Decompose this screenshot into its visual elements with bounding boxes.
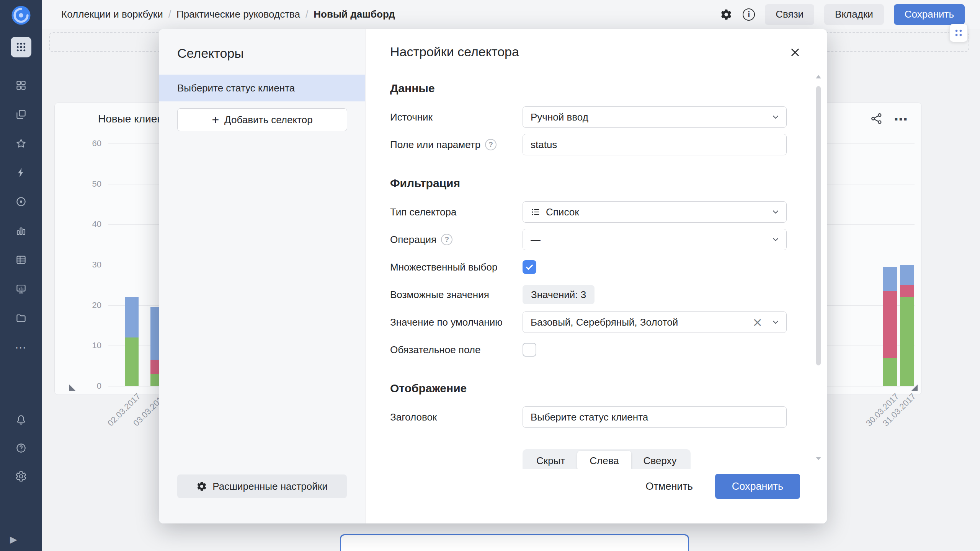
breadcrumb-item[interactable]: Коллекции и воркбуки bbox=[61, 8, 163, 20]
advanced-settings-button[interactable]: Расширенные настройки bbox=[177, 474, 347, 498]
sidebar-bottom-nav bbox=[15, 414, 27, 482]
scroll-down-arrow[interactable] bbox=[816, 457, 821, 460]
info-icon[interactable]: i bbox=[743, 8, 755, 21]
gear-icon[interactable] bbox=[720, 8, 733, 21]
folder-icon[interactable] bbox=[15, 312, 27, 324]
lightning-icon[interactable] bbox=[15, 167, 27, 178]
cancel-button[interactable]: Отменить bbox=[634, 474, 704, 499]
breadcrumb-separator: / bbox=[305, 8, 308, 20]
selector-type-label-text: Тип селектора bbox=[390, 206, 456, 218]
source-label: Источник bbox=[390, 111, 523, 123]
required-label: Обязательное поле bbox=[390, 344, 523, 356]
scrollbar-thumb[interactable] bbox=[816, 86, 821, 365]
bar-segment-green bbox=[125, 337, 139, 386]
plus-icon: + bbox=[212, 114, 219, 126]
more-icon[interactable]: ⋯ bbox=[15, 341, 27, 353]
possible-values-label-text: Возможные значения bbox=[390, 289, 489, 301]
title-input[interactable] bbox=[523, 406, 787, 428]
source-select[interactable]: Ручной ввод bbox=[523, 106, 787, 128]
save-dashboard-button[interactable]: Сохранить bbox=[894, 4, 965, 25]
required-label-text: Обязательное поле bbox=[390, 344, 480, 356]
selectors-panel-title: Селекторы bbox=[159, 29, 365, 61]
links-icon[interactable] bbox=[870, 112, 883, 127]
selector-widget-outline[interactable] bbox=[340, 534, 689, 551]
scroll-up-arrow[interactable] bbox=[816, 75, 821, 78]
connections-button[interactable]: Связи bbox=[765, 4, 814, 25]
charts-icon[interactable] bbox=[15, 225, 27, 236]
selector-type-select[interactable]: Список bbox=[523, 201, 787, 223]
chevron-down-icon bbox=[771, 235, 780, 244]
operation-select[interactable]: — bbox=[523, 229, 787, 250]
position-tabs: СкрытСлеваСверху bbox=[523, 449, 691, 472]
settings-panel: Настройки селектора Данные Источник Ручн… bbox=[366, 29, 827, 523]
save-selector-button[interactable]: Сохранить bbox=[715, 474, 800, 499]
tabs-button[interactable]: Вкладки bbox=[824, 4, 884, 25]
position-tab[interactable]: Скрыт bbox=[524, 451, 577, 471]
possible-values-label: Возможные значения bbox=[390, 289, 523, 301]
expand-sidebar-icon[interactable]: ▶ bbox=[10, 534, 17, 545]
services-grid-button[interactable] bbox=[11, 37, 31, 57]
chevron-down-icon bbox=[771, 207, 780, 217]
check-icon bbox=[524, 262, 534, 272]
section-heading-filter: Фильтрация bbox=[390, 177, 787, 190]
default-value-select[interactable]: Базовый, Серебряный, Золотой × bbox=[523, 311, 787, 333]
widget-more-icon[interactable]: ⋯ bbox=[894, 114, 908, 125]
default-value-label-text: Значение по умолчанию bbox=[390, 316, 503, 328]
favorites-star-icon[interactable] bbox=[15, 138, 27, 149]
section-heading-data: Данные bbox=[390, 82, 787, 95]
values-count-badge[interactable]: Значений: 3 bbox=[523, 285, 595, 304]
target-icon[interactable] bbox=[15, 196, 27, 207]
selector-type-row: Тип селектора Список bbox=[390, 201, 787, 223]
bar-segment-blue bbox=[883, 267, 897, 291]
chart-widget-actions: ⋯ bbox=[870, 112, 908, 127]
datalens-logo[interactable] bbox=[10, 5, 32, 26]
breadcrumb: Коллекции и воркбуки/Практические руково… bbox=[61, 8, 395, 20]
y-axis-tick: 60 bbox=[85, 139, 101, 148]
multichoice-row: Множественный выбор bbox=[390, 256, 787, 278]
title-label: Заголовок bbox=[390, 411, 523, 423]
notifications-bell-icon[interactable] bbox=[15, 414, 27, 425]
title-row: Заголовок bbox=[390, 406, 787, 428]
title-label-text: Заголовок bbox=[390, 411, 437, 423]
y-axis-tick: 50 bbox=[85, 179, 101, 189]
advanced-settings-label: Расширенные настройки bbox=[212, 481, 327, 492]
y-axis-tick: 10 bbox=[85, 341, 101, 350]
help-circle-icon[interactable]: ? bbox=[441, 234, 452, 245]
settings-gear-icon[interactable] bbox=[15, 471, 27, 482]
clear-icon[interactable]: × bbox=[752, 316, 763, 328]
add-selector-label: Добавить селектор bbox=[224, 114, 313, 126]
table-icon[interactable] bbox=[15, 254, 27, 266]
field-input[interactable] bbox=[523, 134, 787, 155]
source-label-text: Источник bbox=[390, 111, 433, 123]
position-tab[interactable]: Слева bbox=[577, 451, 631, 471]
help-circle-icon[interactable]: ? bbox=[485, 139, 497, 150]
operation-row: Операция ? — bbox=[390, 229, 787, 250]
list-icon bbox=[531, 207, 541, 217]
bar-segment-green bbox=[883, 358, 897, 386]
section-heading-display: Отображение bbox=[390, 382, 787, 395]
breadcrumb-item[interactable]: Практические руководства bbox=[176, 8, 300, 20]
header: Коллекции и воркбуки/Практические руково… bbox=[42, 0, 980, 29]
selector-settings-dialog: Селекторы Выберите статус клиента + Доба… bbox=[159, 29, 827, 523]
required-checkbox[interactable] bbox=[523, 343, 536, 357]
selector-list: Выберите статус клиента bbox=[159, 75, 365, 101]
multichoice-checkbox[interactable] bbox=[523, 260, 536, 274]
breadcrumb-separator: / bbox=[168, 8, 171, 20]
resize-handle-right[interactable] bbox=[911, 385, 918, 391]
close-icon[interactable] bbox=[788, 45, 802, 60]
operation-value: — bbox=[531, 234, 541, 246]
monitor-icon[interactable] bbox=[15, 283, 27, 295]
widget-grid-button[interactable] bbox=[949, 24, 968, 42]
dashboards-icon[interactable] bbox=[15, 80, 27, 91]
position-tab[interactable]: Сверху bbox=[631, 451, 689, 471]
help-icon[interactable] bbox=[15, 442, 27, 454]
add-selector-button[interactable]: + Добавить селектор bbox=[177, 108, 347, 131]
chevron-down-icon bbox=[771, 318, 780, 327]
y-axis-tick: 40 bbox=[85, 219, 101, 229]
required-row: Обязательное поле bbox=[390, 339, 787, 360]
default-value-text: Базовый, Серебряный, Золотой bbox=[531, 316, 678, 328]
selector-list-item[interactable]: Выберите статус клиента bbox=[159, 75, 365, 101]
resize-handle-left[interactable] bbox=[69, 385, 75, 391]
workbooks-icon[interactable] bbox=[15, 109, 27, 120]
y-axis-tick: 0 bbox=[85, 381, 101, 391]
